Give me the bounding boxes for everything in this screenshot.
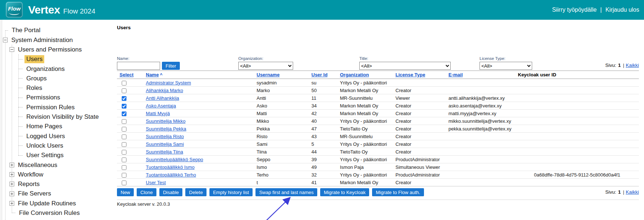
expand-icon[interactable]	[10, 163, 14, 167]
keycloak-id-cell	[515, 163, 639, 171]
sidebar-item-groups[interactable]: Groups	[0, 73, 116, 83]
title-filter-select[interactable]: <All>	[359, 62, 451, 70]
row-select-checkbox[interactable]	[122, 96, 126, 101]
keycloak-id-cell	[515, 140, 639, 148]
migrate-to-flow-auth-button[interactable]: Migrate to Flow auth.	[372, 188, 424, 196]
expand-icon[interactable]	[10, 182, 14, 186]
collapse-icon[interactable]	[10, 47, 14, 52]
sidebar-item-users-and-permissions[interactable]: Users and Permissions	[0, 45, 116, 54]
username-cell: Seppo	[254, 156, 309, 163]
collapse-icon[interactable]	[3, 38, 8, 42]
user-name-link[interactable]: Administrator System	[146, 80, 191, 86]
row-select-checkbox[interactable]	[122, 119, 126, 124]
sidebar-item-permissions[interactable]: Permissions	[0, 93, 116, 102]
user-name-link[interactable]: Alihankkija Marko	[146, 88, 183, 93]
row-select-checkbox[interactable]	[122, 158, 126, 162]
sidebar-item-file-update-routines[interactable]: File Update Routines	[0, 198, 116, 208]
sidebar-item-permission-rules[interactable]: Permission Rules	[0, 102, 116, 112]
email-column-header[interactable]: E-mail	[446, 71, 515, 79]
row-select-checkbox[interactable]	[122, 81, 126, 86]
sidebar-item-home-pages[interactable]: Home Pages	[0, 122, 116, 131]
sidebar-item-the-portal[interactable]: The Portal	[0, 26, 116, 35]
sidebar-item-revision-visibility-by-state[interactable]: Revision Visibility by State	[0, 112, 116, 122]
sidebar-item-roles[interactable]: Roles	[0, 83, 116, 93]
swap-first-last-names-button[interactable]: Swap first and last names	[255, 188, 317, 196]
sidebar-item-file-servers[interactable]: File Servers	[0, 189, 116, 198]
page-label: Sivu:	[605, 62, 616, 68]
user-name-link[interactable]: User Test	[146, 180, 166, 185]
row-select-checkbox[interactable]	[122, 127, 126, 132]
row-select-checkbox[interactable]	[122, 104, 126, 109]
userid-cell: 44	[309, 148, 337, 156]
user-name-link[interactable]: Suunnittelija Mikko	[146, 118, 185, 124]
sidebar-item-workflow[interactable]: Workflow	[0, 170, 116, 179]
name-filter-input[interactable]	[117, 62, 160, 70]
row-select-checkbox[interactable]	[122, 142, 126, 147]
select-cell	[117, 79, 143, 87]
sidebar-item-users[interactable]: Users	[0, 54, 116, 64]
keycloak-id-cell: 0a68dffe-78d8-4d75-9112-5c8006d0a4f1	[515, 171, 639, 179]
row-select-checkbox[interactable]	[122, 88, 126, 93]
user-name-link[interactable]: Suunnittelija Sami	[146, 141, 184, 147]
user-name-link[interactable]: Suunnittelija Tiina	[146, 149, 183, 155]
filter-button[interactable]: Filter	[162, 62, 180, 70]
show-all-link[interactable]: Kaikki	[626, 62, 639, 68]
show-all-link[interactable]: Kaikki	[626, 189, 639, 195]
disable-button[interactable]: Disable	[159, 188, 182, 196]
organization-filter-select[interactable]: <All>	[238, 62, 293, 70]
sidebar-item-logged-users[interactable]: Logged Users	[0, 131, 116, 141]
row-select-checkbox[interactable]	[122, 181, 126, 185]
user-name-link[interactable]: Matti Myyjä	[146, 111, 170, 116]
row-select-checkbox[interactable]	[122, 173, 126, 178]
empty-history-list-button[interactable]: Empty history list	[209, 188, 253, 196]
sidebar-item-organizations[interactable]: Organizations	[0, 64, 116, 73]
user-name-link[interactable]: Suunnittelija Risto	[146, 134, 184, 139]
sidebar-item-user-settings[interactable]: User Settings	[0, 151, 116, 160]
license-type-cell: ProductAdministrator	[393, 156, 446, 163]
sidebar-item-miscellaneous[interactable]: Miscellaneous	[0, 160, 116, 170]
sidebar-item-product-management[interactable]: Product Management	[0, 218, 116, 220]
user-name-link[interactable]: Tuotantopäällikkö Terho	[146, 172, 196, 178]
expand-icon[interactable]	[10, 191, 14, 196]
license-type-cell: Creator	[393, 148, 446, 156]
name-column-header[interactable]: Name^	[143, 71, 254, 79]
license-type-column-header[interactable]: License Type	[393, 71, 446, 79]
row-select-checkbox[interactable]	[122, 111, 126, 116]
username-column-header[interactable]: Username	[254, 71, 309, 79]
user-name-link[interactable]: Asko Asentaja	[146, 103, 176, 109]
email-cell	[446, 163, 515, 171]
expand-icon[interactable]	[10, 172, 14, 177]
user-name-link[interactable]: Suunnittelupäällikkö Seppo	[146, 157, 203, 162]
row-select-checkbox[interactable]	[122, 150, 126, 155]
sidebar-item-reports[interactable]: Reports	[0, 179, 116, 189]
page-number: 1	[618, 62, 621, 68]
sidebar-item-file-conversion-rules[interactable]: File Conversion Rules	[0, 208, 116, 218]
go-to-desktop-link[interactable]: Siirry työpöydälle	[552, 7, 597, 13]
expand-icon[interactable]	[10, 201, 14, 206]
name-cell: Matti Myyjä	[143, 110, 254, 117]
row-select-checkbox[interactable]	[122, 134, 126, 139]
user-name-link[interactable]: Suunnittelija Pekka	[146, 126, 186, 132]
organization-column-header[interactable]: Organization	[337, 71, 393, 79]
select-all-header[interactable]: Select	[117, 71, 143, 79]
brand-name: Vertex	[28, 4, 60, 16]
clone-button[interactable]: Clone	[137, 188, 156, 196]
pagination-separator: |	[623, 62, 624, 68]
sidebar-item-unlock-users[interactable]: Unlock Users	[0, 141, 116, 151]
user-name-link[interactable]: Antti Alihankkija	[146, 95, 179, 101]
new-button[interactable]: New	[117, 188, 134, 196]
userid-column-header[interactable]: User Id	[309, 71, 337, 79]
logout-link[interactable]: Kirjaudu ulos	[606, 7, 640, 13]
delete-button[interactable]: Delete	[185, 188, 207, 196]
pagination-top: Sivu:1|Kaikki	[605, 62, 639, 68]
table-row: Matti Myyjä Matti 42 Markon Metalli Oy C…	[117, 110, 639, 117]
sidebar-item-system-administration[interactable]: System Administration	[0, 35, 116, 45]
migrate-to-keycloak-button[interactable]: Migrate to Keycloak	[320, 188, 369, 196]
license-type-filter-select[interactable]: <All>	[480, 62, 532, 70]
row-select-checkbox[interactable]	[122, 165, 126, 170]
user-name-link[interactable]: Tuotantopäällikkö Ismo	[146, 164, 194, 170]
email-cell	[446, 140, 515, 148]
license-type-cell: Creator	[393, 87, 446, 94]
name-cell: User Test	[143, 179, 254, 186]
title-filter-group: Title: <All>	[359, 56, 451, 70]
